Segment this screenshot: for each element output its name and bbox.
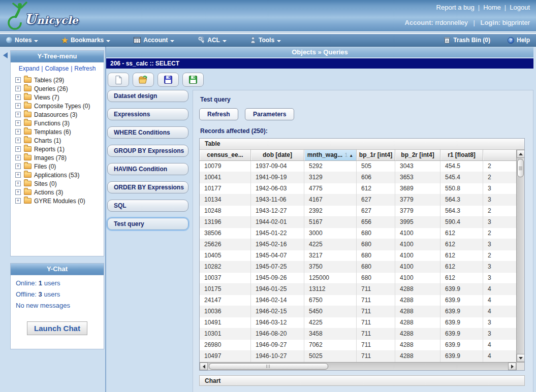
- table-row[interactable]: 104911946-03-1242257114288639.93: [200, 317, 524, 329]
- horizontal-scroll-thumb[interactable]: [209, 363, 328, 370]
- launch-chat-button[interactable]: Launch Chat: [27, 321, 87, 335]
- parameters-button[interactable]: Parameters: [245, 108, 294, 120]
- table-row[interactable]: 102821945-07-25375068041006123: [200, 262, 524, 273]
- horizontal-scrollbar[interactable]: [200, 362, 516, 370]
- table-row[interactable]: 101751946-01-25131127114288639.94: [200, 284, 524, 295]
- scroll-down-button[interactable]: [517, 354, 524, 362]
- menu-button-sql[interactable]: SQL: [107, 200, 188, 212]
- table-cell: 1937-09-04: [251, 161, 304, 172]
- nav-help[interactable]: ? Help: [508, 37, 530, 44]
- column-header-r1-float8[interactable]: r1 [float8]: [440, 150, 483, 161]
- table-cell: 612: [357, 183, 395, 194]
- expand-plus-icon[interactable]: +: [15, 86, 21, 91]
- vertical-scroll-thumb[interactable]: [517, 159, 524, 177]
- expand-plus-icon[interactable]: +: [15, 189, 21, 195]
- tree-item-sites-0[interactable]: +Sites (0): [11, 179, 104, 188]
- expand-plus-icon[interactable]: +: [15, 146, 21, 152]
- menu-button-where-conditions[interactable]: WHERE Conditions: [107, 126, 188, 139]
- table-row[interactable]: 102481943-12-2723926273779564.32: [200, 206, 524, 217]
- column-header-census-ee[interactable]: census_ee...: [200, 150, 251, 161]
- tree-item-datasources-3[interactable]: +Datasources (3): [11, 110, 104, 119]
- open-button[interactable]: [133, 73, 154, 87]
- column-header-bp-2r-int4[interactable]: bp_2r [int4]: [395, 150, 440, 161]
- tree-item-reports-1[interactable]: +Reports (1): [11, 145, 104, 153]
- menu-button-order-by-expressions[interactable]: ORDER BY Expressions: [107, 181, 188, 193]
- table-row[interactable]: 256261945-02-16422568041006123: [200, 239, 524, 250]
- expand-plus-icon[interactable]: +: [15, 103, 21, 109]
- expand-plus-icon[interactable]: +: [15, 181, 21, 186]
- table-row[interactable]: 100371945-09-2612500068041006123: [200, 273, 524, 284]
- column-header-dob-date[interactable]: dob [date]: [251, 150, 304, 161]
- sort-asc-icon: ▲: [349, 153, 353, 158]
- tree-item-composite-types-0[interactable]: +Composite Types (0): [11, 102, 104, 110]
- table-row[interactable]: 385061945-01-22300068041006122: [200, 228, 524, 239]
- expand-plus-icon[interactable]: +: [15, 164, 21, 169]
- new-document-button[interactable]: [108, 73, 129, 87]
- refresh-button[interactable]: Refresh: [199, 108, 238, 120]
- expand-plus-icon[interactable]: +: [15, 120, 21, 126]
- column-header-bp-1r-int4[interactable]: bp_1r [int4]: [357, 150, 395, 161]
- tree-collapse-link[interactable]: Collapse: [45, 65, 69, 72]
- tree-item-applications-53[interactable]: +Applications (53): [11, 171, 104, 179]
- expand-plus-icon[interactable]: +: [15, 198, 21, 204]
- tree-item-templates-6[interactable]: +Templates (6): [11, 127, 104, 136]
- expand-plus-icon[interactable]: +: [15, 138, 21, 143]
- table-row[interactable]: 100361946-02-1554507114288639.94: [200, 306, 524, 317]
- tree-item-tables-29[interactable]: +Tables (29): [11, 76, 104, 84]
- tree-item-files-0[interactable]: +Files (0): [11, 162, 104, 171]
- table-row[interactable]: 241471946-02-1467507114288639.94: [200, 295, 524, 306]
- column-header-mnth-wag[interactable]: mnth_wag...1▲: [304, 150, 357, 161]
- menu-button-test-query[interactable]: Test query: [107, 218, 188, 230]
- logout-link[interactable]: Logout: [510, 4, 530, 11]
- tree-item-actions-3[interactable]: +Actions (3): [11, 188, 104, 197]
- chart-section-header[interactable]: Chart: [199, 375, 525, 386]
- expand-plus-icon[interactable]: +: [15, 94, 21, 100]
- table-row[interactable]: 100411941-09-1931296063653545.42: [200, 172, 524, 183]
- nav-bookmarks[interactable]: ★ Bookmarks: [61, 37, 110, 44]
- nav-trash-bin[interactable]: Trash Bin (0): [444, 37, 490, 44]
- vertical-scrollbar[interactable]: [516, 150, 524, 362]
- tree-item-views-7[interactable]: +Views (7): [11, 93, 104, 102]
- expand-plus-icon[interactable]: +: [15, 112, 21, 117]
- table-row[interactable]: 131961944-02-0151676563995590.43: [200, 217, 524, 228]
- home-link[interactable]: Home: [483, 4, 501, 11]
- scroll-up-button[interactable]: [517, 150, 524, 158]
- table-row[interactable]: 104051945-04-07321768041006122: [200, 250, 524, 262]
- folder-icon: [24, 129, 31, 135]
- nav-account[interactable]: Account: [134, 37, 174, 44]
- menu-button-dataset-design[interactable]: Dataset design: [107, 90, 188, 102]
- expand-plus-icon[interactable]: +: [15, 129, 21, 135]
- report-bug-link[interactable]: Report a bug: [436, 4, 475, 11]
- table-row[interactable]: 103011946-08-2034587114288639.93: [200, 329, 524, 340]
- table-section-header[interactable]: Table: [200, 139, 524, 150]
- nav-notes[interactable]: Notes: [6, 37, 38, 44]
- nav-acl[interactable]: ACL: [198, 37, 227, 44]
- table-row[interactable]: 269801946-09-2770627114288639.94: [200, 340, 524, 351]
- nav-tools[interactable]: Tools: [250, 37, 281, 44]
- chevron-down-icon: [277, 40, 281, 42]
- tree-item-queries-26[interactable]: +Queries (26): [11, 84, 104, 93]
- table-row[interactable]: 100791937-09-0452925053043454.52: [200, 161, 524, 172]
- tree-expand-link[interactable]: Expand: [19, 65, 40, 72]
- tree-item-gyre-modules-0[interactable]: +GYRE Modules (0): [11, 197, 104, 205]
- menu-button-having-condition[interactable]: HAVING Condition: [107, 163, 188, 175]
- expand-plus-icon[interactable]: +: [15, 155, 21, 160]
- scroll-left-button[interactable]: [200, 363, 208, 370]
- tree-item-images-78[interactable]: +Images (78): [11, 153, 104, 162]
- link-separator: |: [505, 4, 506, 11]
- scroll-right-button[interactable]: [508, 363, 516, 370]
- tree-refresh-link[interactable]: Refresh: [74, 65, 96, 72]
- save-as-button[interactable]: [182, 73, 204, 87]
- expand-plus-icon[interactable]: +: [15, 172, 21, 178]
- save-button[interactable]: [157, 73, 179, 87]
- table-cell: 5450: [304, 306, 357, 317]
- tree-item-charts-1[interactable]: +Charts (1): [11, 136, 104, 145]
- menu-button-group-by-expressions[interactable]: GROUP BY Expressions: [107, 145, 188, 157]
- expand-plus-icon[interactable]: +: [15, 77, 21, 83]
- table-cell: 639.9: [440, 306, 483, 317]
- tree-item-functions-3[interactable]: +Functions (3): [11, 119, 104, 127]
- table-row[interactable]: 104971946-10-2750257114288639.94: [200, 351, 524, 362]
- table-row[interactable]: 101771942-06-0347756123689550.83: [200, 183, 524, 194]
- menu-button-expressions[interactable]: Expressions: [107, 108, 188, 120]
- table-row[interactable]: 101341943-11-0641676273779564.33: [200, 194, 524, 206]
